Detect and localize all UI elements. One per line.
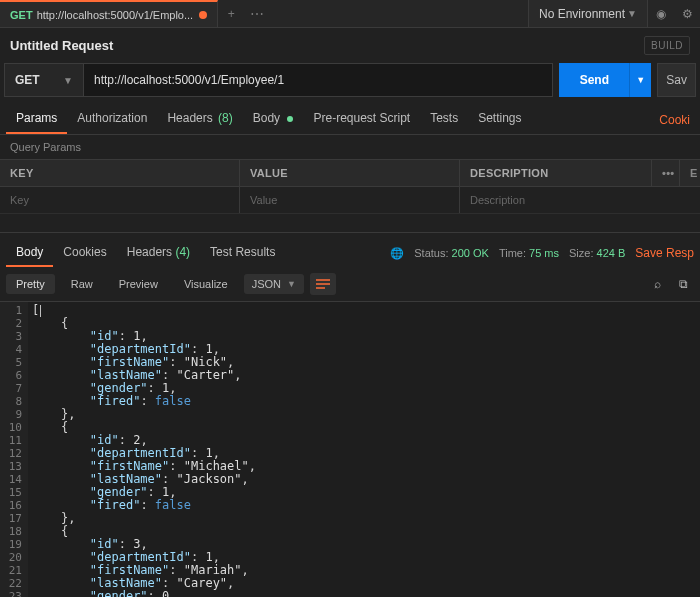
save-button[interactable]: Sav — [657, 63, 696, 97]
headers-count-badge: (8) — [218, 111, 233, 125]
time-block[interactable]: Time: 75 ms — [499, 247, 559, 259]
cookies-link[interactable]: Cooki — [655, 106, 694, 134]
network-icon[interactable]: 🌐 — [390, 247, 404, 260]
build-mode-button[interactable]: BUILD — [644, 36, 690, 55]
query-params-heading: Query Params — [0, 135, 700, 159]
response-view-toolbar: Pretty Raw Preview Visualize JSON ▼ ⌕ ⧉ — [0, 267, 700, 302]
response-tabs: Body Cookies Headers (4) Test Results 🌐 … — [0, 232, 700, 267]
copy-icon[interactable]: ⧉ — [673, 277, 694, 291]
environment-settings-button[interactable]: ⚙ — [674, 0, 700, 27]
tab-headers[interactable]: Headers (8) — [157, 104, 242, 134]
tab-method-label: GET — [10, 9, 33, 21]
tab-body-label: Body — [253, 111, 280, 125]
view-visualize[interactable]: Visualize — [174, 274, 238, 294]
time-value: 75 ms — [529, 247, 559, 259]
resp-tab-test-results[interactable]: Test Results — [200, 239, 285, 267]
resp-headers-count-badge: (4) — [175, 245, 190, 259]
description-cell[interactable]: Description — [460, 187, 700, 213]
code-lines[interactable]: [ { "id": 1, "departmentId": 1, "firstNa… — [28, 302, 260, 597]
send-button[interactable]: Send — [559, 63, 629, 97]
size-label: Size: — [569, 247, 593, 259]
view-pretty[interactable]: Pretty — [6, 274, 55, 294]
value-cell[interactable]: Value — [240, 187, 460, 213]
format-label: JSON — [252, 278, 281, 290]
request-tabs: Params Authorization Headers (8) Body Pr… — [0, 105, 700, 135]
url-input[interactable] — [84, 63, 553, 97]
resp-tab-body[interactable]: Body — [6, 239, 53, 267]
params-table-header: KEY VALUE DESCRIPTION ••• E — [0, 159, 700, 187]
tab-body[interactable]: Body — [243, 104, 304, 134]
body-indicator-icon — [287, 116, 293, 122]
resp-tab-cookies[interactable]: Cookies — [53, 239, 116, 267]
save-response-button[interactable]: Save Resp — [635, 246, 694, 260]
resp-tab-headers-label: Headers — [127, 245, 172, 259]
tab-authorization[interactable]: Authorization — [67, 104, 157, 134]
request-title-row: Untitled Request BUILD — [0, 28, 700, 63]
environment-quicklook-button[interactable]: ◉ — [648, 0, 674, 27]
tab-menu-button[interactable]: ⋯ — [244, 0, 270, 27]
tab-title: http://localhost:5000/v1/Emplo... — [37, 9, 194, 21]
size-value: 424 B — [597, 247, 626, 259]
tab-settings[interactable]: Settings — [468, 104, 531, 134]
params-empty-row[interactable]: Key Value Description — [0, 187, 700, 214]
response-body-editor[interactable]: 123456789101112131415161718192021222324 … — [0, 302, 700, 597]
params-menu-button[interactable]: ••• — [651, 160, 679, 186]
column-key: KEY — [0, 160, 240, 186]
status-block[interactable]: Status: 200 OK — [414, 247, 489, 259]
column-description: DESCRIPTION — [460, 160, 651, 186]
http-method-dropdown[interactable]: GET ▼ — [4, 63, 84, 97]
status-value: 200 OK — [452, 247, 489, 259]
line-number-gutter: 123456789101112131415161718192021222324 — [0, 302, 28, 597]
request-title[interactable]: Untitled Request — [10, 38, 113, 53]
environment-selector[interactable]: No Environment ▼ — [528, 0, 648, 27]
chevron-down-icon: ▼ — [287, 279, 296, 289]
tab-bar: GET http://localhost:5000/v1/Emplo... + … — [0, 0, 700, 28]
chevron-down-icon: ▼ — [627, 8, 637, 19]
tab-prerequest-script[interactable]: Pre-request Script — [303, 104, 420, 134]
send-dropdown-button[interactable]: ▼ — [629, 63, 651, 97]
format-dropdown[interactable]: JSON ▼ — [244, 274, 304, 294]
view-preview[interactable]: Preview — [109, 274, 168, 294]
environment-label: No Environment — [539, 7, 625, 21]
search-icon[interactable]: ⌕ — [648, 277, 667, 291]
column-value: VALUE — [240, 160, 460, 186]
tab-params[interactable]: Params — [6, 104, 67, 134]
resp-tab-headers[interactable]: Headers (4) — [117, 239, 200, 267]
request-tab[interactable]: GET http://localhost:5000/v1/Emplo... — [0, 0, 218, 27]
bulk-edit-button[interactable]: E — [679, 160, 700, 186]
view-raw[interactable]: Raw — [61, 274, 103, 294]
unsaved-indicator-icon — [199, 11, 207, 19]
new-tab-button[interactable]: + — [218, 0, 244, 27]
wrap-lines-button[interactable] — [310, 273, 336, 295]
request-bar: GET ▼ Send ▼ Sav — [0, 63, 700, 105]
chevron-down-icon: ▼ — [63, 75, 73, 86]
http-method-label: GET — [15, 73, 40, 87]
status-label: Status: — [414, 247, 448, 259]
size-block[interactable]: Size: 424 B — [569, 247, 625, 259]
tab-headers-label: Headers — [167, 111, 212, 125]
key-cell[interactable]: Key — [0, 187, 240, 213]
tab-tests[interactable]: Tests — [420, 104, 468, 134]
time-label: Time: — [499, 247, 526, 259]
